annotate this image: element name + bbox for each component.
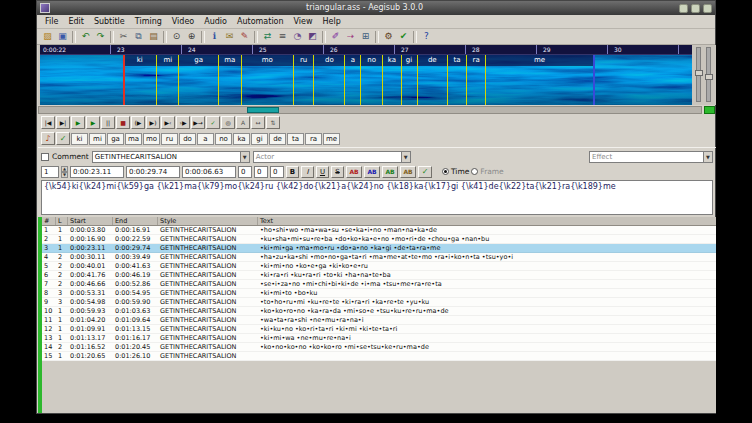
commit-button[interactable]: ✓: [418, 166, 432, 178]
transport-button[interactable]: ›▶: [176, 116, 190, 129]
toolbar-icon[interactable]: ✉: [222, 30, 237, 44]
toolbar-icon[interactable]: ⊕: [184, 30, 199, 44]
audio-scrollbar[interactable]: [38, 106, 702, 114]
toolbar-icon[interactable]: ↷: [93, 30, 108, 44]
transport-button[interactable]: |◀: [41, 116, 55, 129]
toolbar-icon[interactable]: ⇢: [343, 30, 358, 44]
subtitle-row[interactable]: 7 2 0:00:46.66 0:00:52.86 GETINTHECARITS…: [42, 280, 716, 289]
column-header-start[interactable]: Start: [68, 217, 113, 225]
start-time-field[interactable]: 0:00:23.11: [70, 166, 124, 178]
toolbar-icon[interactable]: ◩: [305, 30, 320, 44]
subtitle-text-editor[interactable]: {\k54}ki{\k24}mi{\k59}ga {\k21}ma{\k79}m…: [41, 180, 713, 215]
menu-item[interactable]: View: [289, 15, 318, 28]
transport-button[interactable]: ||: [101, 116, 115, 129]
karaoke-syllable-button[interactable]: me: [323, 133, 340, 145]
toolbar-icon[interactable]: [413, 31, 417, 43]
color-picker-button[interactable]: AB: [382, 166, 398, 178]
time-radio[interactable]: [442, 168, 449, 175]
chevron-down-icon[interactable]: ▼: [240, 152, 249, 162]
transport-button[interactable]: ⇅: [266, 116, 280, 129]
title-bar[interactable]: triangular.ass - Aegisub 3.0.0: [37, 1, 715, 15]
karaoke-syllable-region[interactable]: ru: [293, 55, 313, 105]
margin-left-field[interactable]: 0: [238, 166, 252, 178]
karaoke-syllable-region[interactable]: a: [344, 55, 360, 105]
margin-vertical-field[interactable]: 0: [270, 166, 284, 178]
toolbar-icon[interactable]: ⧉: [131, 30, 146, 44]
effect-select[interactable]: Effect ▼: [589, 151, 713, 163]
column-header-style[interactable]: Style: [158, 217, 258, 225]
color-picker-button[interactable]: AB: [400, 166, 416, 178]
transport-button[interactable]: ▶→: [191, 116, 205, 129]
karaoke-syllable-region[interactable]: ra: [466, 55, 485, 105]
toolbar-icon[interactable]: ✎: [237, 30, 252, 44]
subtitle-row[interactable]: 8 3 0:00:53.31 0:00:54.95 GETINTHECARITS…: [42, 289, 716, 298]
karaoke-syllable-region[interactable]: ta: [447, 55, 466, 105]
karaoke-syllable-button[interactable]: ki: [71, 133, 88, 145]
menu-item[interactable]: Subtitle: [89, 15, 130, 28]
column-header-layer[interactable]: L: [56, 217, 68, 225]
toolbar-icon[interactable]: [201, 31, 205, 43]
comment-checkbox[interactable]: [41, 153, 49, 161]
karaoke-syllable-button[interactable]: a: [197, 133, 214, 145]
chevron-down-icon[interactable]: ▼: [703, 152, 712, 162]
toolbar-icon[interactable]: ⊙: [169, 30, 184, 44]
subtitle-row[interactable]: 9 3 0:00:54.98 0:00:59.90 GETINTHECARITS…: [42, 298, 716, 307]
karaoke-syllable-button[interactable]: ra: [305, 133, 322, 145]
subtitle-row[interactable]: 6 2 0:00:41.76 0:00:46.19 GETINTHECARITS…: [42, 271, 716, 280]
karaoke-syllable-region[interactable]: ma: [218, 55, 241, 105]
actor-select[interactable]: Actor ▼: [253, 151, 411, 163]
karaoke-syllable-button[interactable]: de: [269, 133, 286, 145]
toolbar-icon[interactable]: ↶: [78, 30, 93, 44]
toolbar-icon[interactable]: [110, 31, 114, 43]
subtitle-row[interactable]: 14 2 0:01:16.52 0:01:20.45 GETINTHECARIT…: [42, 343, 716, 352]
karaoke-syllable-button[interactable]: gi: [251, 133, 268, 145]
transport-button[interactable]: ▶: [86, 116, 100, 129]
column-header-text[interactable]: Text: [258, 217, 716, 225]
karaoke-syllable-button[interactable]: ga: [107, 133, 124, 145]
karaoke-syllable-region[interactable]: me: [485, 55, 593, 105]
slider-link-toggle[interactable]: [704, 106, 715, 114]
karaoke-syllable-button[interactable]: ka: [233, 133, 250, 145]
strikeout-button[interactable]: S: [331, 166, 344, 178]
subtitle-row[interactable]: 5 2 0:00:40.01 0:00:41.63 GETINTHECARITS…: [42, 262, 716, 271]
italic-button[interactable]: I: [301, 166, 314, 178]
menu-item[interactable]: Timing: [130, 15, 167, 28]
toolbar-icon[interactable]: ✂: [116, 30, 131, 44]
duration-field[interactable]: 0:00:06.63: [182, 166, 236, 178]
transport-button[interactable]: ▶: [71, 116, 85, 129]
karaoke-toggle-button[interactable]: ♪: [41, 132, 55, 145]
toolbar-icon[interactable]: ▨: [40, 30, 55, 44]
karaoke-syllable-region[interactable]: no: [360, 55, 382, 105]
minimize-button[interactable]: [679, 4, 688, 13]
toolbar-icon[interactable]: ⊞: [358, 30, 373, 44]
transport-button[interactable]: ▶): [146, 116, 160, 129]
karaoke-syllable-button[interactable]: do: [179, 133, 196, 145]
transport-button[interactable]: A: [236, 116, 250, 129]
toolbar-icon[interactable]: [322, 31, 326, 43]
audio-scrollbar-thumb[interactable]: [247, 107, 279, 113]
karaoke-syllable-region[interactable]: gi: [401, 55, 417, 105]
subtitle-row[interactable]: 12 1 0:01:09.91 0:01:13.15 GETINTHECARIT…: [42, 325, 716, 334]
karaoke-syllable-region[interactable]: ki: [123, 55, 156, 105]
vertical-zoom-slider[interactable]: [696, 47, 701, 102]
toolbar-icon[interactable]: ⇄: [260, 30, 275, 44]
toolbar-icon[interactable]: ▣: [55, 30, 70, 44]
vertical-zoom-thumb[interactable]: [695, 70, 703, 76]
transport-button[interactable]: ✓: [206, 116, 220, 129]
menu-item[interactable]: File: [40, 15, 63, 28]
toolbar-icon[interactable]: ▤: [146, 30, 161, 44]
transport-button[interactable]: ◎: [221, 116, 235, 129]
layer-field[interactable]: 1: [41, 166, 59, 178]
selection-end-marker[interactable]: [593, 55, 595, 105]
toolbar-icon[interactable]: ◔: [290, 30, 305, 44]
toolbar-icon[interactable]: ?: [419, 30, 434, 44]
color-picker-button[interactable]: AB: [364, 166, 380, 178]
transport-button[interactable]: ▶|: [56, 116, 70, 129]
toolbar-icon[interactable]: [72, 31, 76, 43]
maximize-button[interactable]: [691, 4, 700, 13]
menu-item[interactable]: Video: [167, 15, 199, 28]
karaoke-syllable-region[interactable]: do: [313, 55, 344, 105]
menu-item[interactable]: Automation: [232, 15, 289, 28]
subtitle-row[interactable]: 10 1 0:00:59.93 0:01:03.63 GETINTHECARIT…: [42, 307, 716, 316]
toolbar-icon[interactable]: ✐: [328, 30, 343, 44]
